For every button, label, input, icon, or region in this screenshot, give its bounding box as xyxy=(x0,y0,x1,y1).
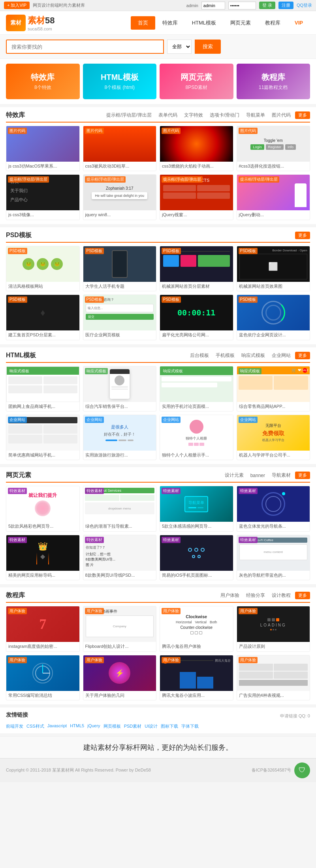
tab-tishikuang[interactable]: 提示框/浮动层/弹出层 xyxy=(104,111,154,119)
nav-vip[interactable]: VIP xyxy=(288,17,310,29)
tab-enterprise[interactable]: 企业网站 xyxy=(269,351,293,360)
web-item-7[interactable]: 特效素材 简易的iOS手机页面图标... xyxy=(160,535,233,580)
footer-icp: 备ICP备32654587号 xyxy=(252,767,291,773)
html-tabs: 后台模板 手机模板 响应式模板 企业网站 更多 xyxy=(188,351,310,360)
effects-more-button[interactable]: 更多 xyxy=(295,111,310,119)
tutorial-item-1[interactable]: 7 用户体验 instagram底度值的始密... xyxy=(6,606,80,651)
tutorial-item-4[interactable]: LOADING 用户体验 产品设计原则 xyxy=(237,606,310,651)
qq-login[interactable]: QQ登录 xyxy=(297,2,312,8)
link-ui[interactable]: UI设计 xyxy=(145,723,158,729)
admin-input[interactable] xyxy=(201,2,225,9)
tab-tupian[interactable]: 图片代码 xyxy=(269,111,293,119)
link-font[interactable]: 字体下载 xyxy=(181,723,199,729)
html-item-5[interactable]: 作選 企业网站 简单优惠商城网站手机... xyxy=(6,415,80,460)
psd-item-5[interactable]: ♦ PSD模板 建工集首页PSD分层素... xyxy=(6,294,80,340)
web-item-2[interactable]: Home About Services dropdown menu 特效素材 绿… xyxy=(83,486,157,531)
psd-item-6[interactable]: 为什么您要咨询？ 输入信息... 提交 PSD模板 医疗企业网页模板 xyxy=(83,294,157,340)
psd-item-3[interactable]: STOP PSD模板 机械派网站首页分层素材 xyxy=(160,246,233,291)
link-icon[interactable]: 图标下载 xyxy=(161,723,178,729)
tab-experience[interactable]: 经验分享 xyxy=(244,591,267,600)
effect-item-7[interactable]: TEN HOVER EFFECTS 提示框/浮动层/弹出层 jQuery视窗..… xyxy=(160,174,233,220)
tab-design-elements[interactable]: 设计元素 xyxy=(222,471,246,479)
friend-links-note: 申请链接 QQ: 0 xyxy=(280,713,310,719)
effect-item-2[interactable]: 图片代码 css3被风吹动3D枯草... xyxy=(83,126,157,171)
tab-mobile[interactable]: 手机模板 xyxy=(213,351,237,360)
html-item-7[interactable]: 独特个人相册 企业网站 独特个人个人相册示手... xyxy=(160,415,233,460)
web-item-4-desc: 蓝色立体发光的导航条... xyxy=(237,522,310,531)
psd-item-1[interactable]: 🐸 🐸 🐸 PSD模板 清洁风格模板网站 xyxy=(6,246,80,291)
effects-tabs: 提示框/浮动层/弹出层 表单代码 文字特效 选项卡/滑动门 导航菜单 图片代码 … xyxy=(104,111,310,119)
link-frontend[interactable]: 前端开发 xyxy=(6,723,23,729)
tutorial-item-8[interactable]: 广告效果 用户体验 广告实用的4种表视规... xyxy=(237,655,310,700)
tab-xuanxiang[interactable]: 选项卡/滑动门 xyxy=(207,111,242,119)
nav-home[interactable]: 首页 xyxy=(131,16,155,30)
html-item-6[interactable]: 是很多人 好在不在，好子！ 企业网站 实用旅游旅行旅游行... xyxy=(83,415,157,460)
tab-design-tutorial[interactable]: 设计教程 xyxy=(269,591,293,600)
tutorial-item-7[interactable]: 腾讯大鬼谷 用户体验 腾讯大鬼谷小波应用... xyxy=(160,655,233,700)
tab-responsive[interactable]: 响应式模板 xyxy=(239,351,267,360)
tab-banner[interactable]: banner xyxy=(248,472,267,479)
effect-item-1[interactable]: 图片代码 js css3仿MacOS苹果系... xyxy=(6,126,80,171)
psd-item-8[interactable]: PSD模板 蓝色依疗企业网页设计... xyxy=(237,294,310,340)
effect-item-8[interactable]: 提示框/浮动层/弹出层 jQuery删动... xyxy=(237,174,310,220)
login-button[interactable]: 登 录 xyxy=(259,2,275,9)
html-item-1[interactable]: 🏠 分类 响应式模板 团购网上食品商城手机... xyxy=(6,366,80,411)
nav-html[interactable]: HTML模板 xyxy=(185,16,223,30)
web-item-4[interactable]: 特效素材 蓝色立体发光的导航条... xyxy=(237,486,310,531)
tutorial-item-3[interactable]: Clockwise Horizontal Vertical Both Count… xyxy=(160,606,233,651)
link-psd[interactable]: PSD素材 xyxy=(124,723,142,729)
category-select[interactable]: 全部 xyxy=(167,40,192,54)
hero-banner-tutorials[interactable]: 教程库 11篇教程文档 xyxy=(237,64,310,99)
tab-daohang[interactable]: 导航菜单 xyxy=(244,111,267,119)
web-item-6[interactable]: 多项选择 你知道了? 7 计划它，想一想8款数美网页UI导...图 片 特效素材… xyxy=(83,535,157,580)
effect-item-3[interactable]: 图片代码 css3燃烧的火焰粒子动画... xyxy=(160,126,233,171)
hero-banner-effects[interactable]: 特效库 8个特效 xyxy=(6,64,80,99)
web-item-8[interactable]: Chillwave Lo-Fi Coffee menu content 特效素材… xyxy=(237,535,310,580)
html-item-3[interactable]: 🌿 品牌 响应式模板 实用的手机讨论页面模... xyxy=(160,366,233,411)
tab-wenzi[interactable]: 文字特效 xyxy=(182,111,205,119)
search-input[interactable] xyxy=(6,40,164,54)
safe-icon[interactable]: 🛡 xyxy=(294,762,310,778)
logo[interactable]: 素材 素材58 sucai58.com xyxy=(6,15,55,31)
tutorial-item-6[interactable]: ⚡ 用户体验 关于用户体验的几问 xyxy=(83,655,157,700)
link-html5[interactable]: HTML5 xyxy=(70,723,84,729)
nav-elements[interactable]: 网页元素 xyxy=(223,16,258,30)
link-css[interactable]: CSS样式 xyxy=(26,723,44,729)
effect-item-5[interactable]: 首页 关于我们 产品中心 提示框/浮动层/弹出层 js css3镜像... xyxy=(6,174,80,220)
effect-item-4[interactable]: Toggle 'em Login Register Info 图片代码 #css… xyxy=(237,126,310,171)
tutorial-more-button[interactable]: 更多 xyxy=(295,592,310,599)
html-item-8[interactable]: 无限平台 免费领取 机器人学习平台 企业网站 机器人与学评平台公司手... xyxy=(237,415,310,460)
html-more-button[interactable]: 更多 xyxy=(295,352,310,359)
hero-banner-web[interactable]: 网页元素 8PSD素材 xyxy=(160,64,233,99)
tab-nav-material[interactable]: 导航素材 xyxy=(269,471,293,479)
nav-tutorials[interactable]: 教程库 xyxy=(258,16,288,30)
add-vip-button[interactable]: + 加入VIP xyxy=(4,2,30,9)
webelement-more-button[interactable]: 更多 xyxy=(295,472,310,479)
hero-banner-html[interactable]: HTML模板 8个模板 (html) xyxy=(83,64,157,99)
tab-ux[interactable]: 用户体验 xyxy=(218,591,242,600)
link-jquery[interactable]: jQuery xyxy=(87,723,100,729)
password-input[interactable] xyxy=(228,2,256,9)
web-item-1[interactable]: 就让我们提升 特效素材 5款款风格彩色网页导... xyxy=(6,486,80,531)
tutorial-item-2[interactable]: 鼠标移动动画事件 Company 用户体验 Flipboard创始人设计... xyxy=(83,606,157,651)
tutorial-item-5[interactable]: 用户体验 常用CSS编写前消总结 xyxy=(6,655,80,700)
effect-item-7-desc: jQuery视窗... xyxy=(160,210,233,219)
html-item-4[interactable]: 综合零售 🛒 ❤ SALE 响应式模板 综合零售商品网站APP... xyxy=(237,366,310,411)
psd-item-1-desc: 清洁风格模板网站 xyxy=(6,282,79,291)
html-item-2[interactable]: 响应式模板 综合汽车销售保平台... xyxy=(83,366,157,411)
web-item-3[interactable]: 导航菜单 特效素材 5款立体感清感的网页导... xyxy=(160,486,233,531)
psd-item-4[interactable]: Border Download - Open ⬜ PSD模板 机械派网站首页效果… xyxy=(237,246,310,291)
search-button[interactable]: 搜索 xyxy=(195,40,221,54)
effect-item-6[interactable]: Zophaniah 3:17 He will take great deligh… xyxy=(83,174,157,220)
nav-effects[interactable]: 特效库 xyxy=(155,16,185,30)
psd-item-2[interactable]: PSD模板 大学生人活手机专题 xyxy=(83,246,157,291)
psd-more-button[interactable]: 更多 xyxy=(295,232,310,239)
links-row: 前端开发 CSS样式 Javascript HTML5 jQuery 网页模板 … xyxy=(6,723,310,729)
register-button[interactable]: 注册 xyxy=(278,2,293,9)
tab-biaodan[interactable]: 表单代码 xyxy=(156,111,180,119)
link-js[interactable]: Javascript xyxy=(47,723,67,729)
tab-backend[interactable]: 后台模板 xyxy=(188,351,211,360)
link-template[interactable]: 网页模板 xyxy=(103,723,121,729)
psd-item-7[interactable]: 00:00:11 PSD模板 扁平化光亮网络公司网... xyxy=(160,294,233,340)
web-item-5[interactable]: 👑 ◆ 特效素材 精美的网页应用标导码... xyxy=(6,535,80,580)
